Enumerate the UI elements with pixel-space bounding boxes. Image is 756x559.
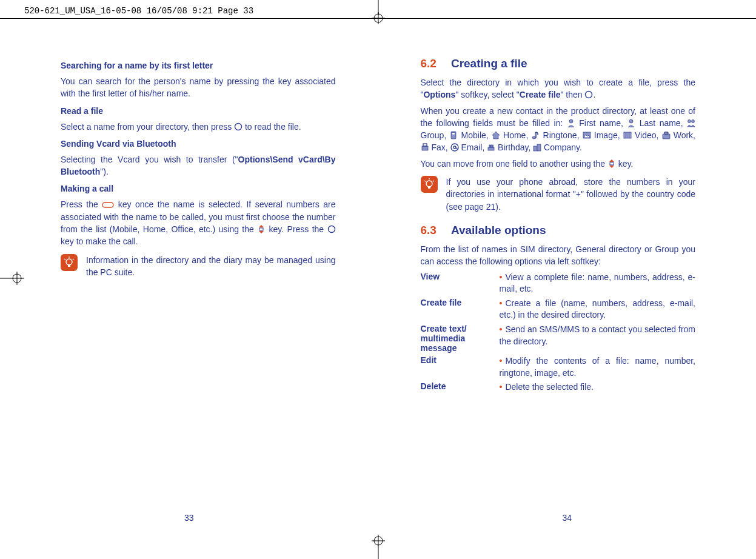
heading-searching: Searching for a name by its first letter: [61, 61, 336, 70]
group-icon: [687, 118, 695, 127]
text: Email,: [459, 142, 487, 152]
heading-sending-vcard: Sending Vcard via Bluetooth: [61, 139, 336, 149]
text: Delete the selected file.: [505, 382, 594, 392]
bullet-icon: •: [500, 356, 503, 366]
music-note-icon: [531, 130, 540, 139]
ok-key-icon: [584, 90, 593, 98]
ok-key-icon: [234, 122, 243, 130]
option-name: Create text/ multimedia message: [421, 324, 500, 353]
option-row: View•View a complete file: name, numbers…: [421, 272, 696, 295]
text: Press the: [61, 199, 102, 209]
bullet-icon: •: [500, 298, 503, 308]
heading-read-file: Read a file: [61, 106, 336, 116]
text: Create a file (name, numbers, address, e…: [500, 298, 696, 320]
person-icon: [627, 118, 635, 127]
option-row: Create text/ multimedia message•Send an …: [421, 324, 696, 353]
email-icon: [450, 142, 459, 151]
text: to read the file.: [245, 122, 301, 132]
text: Video,: [632, 130, 662, 140]
text: View a complete file: name, numbers, add…: [500, 272, 696, 294]
para-making-call: Press the key once the name is selected.…: [61, 198, 336, 247]
section-title: Available options: [451, 224, 546, 236]
text: Modify the contents of a file: name, num…: [500, 356, 696, 378]
text: Fax,: [429, 142, 450, 152]
para-options-intro: From the list of names in SIM directory,…: [421, 243, 696, 268]
option-row: Delete•Delete the selected file.: [421, 381, 696, 393]
page-number-right: 34: [562, 513, 572, 523]
text: Work,: [671, 130, 695, 140]
text: Birthday,: [495, 142, 533, 152]
text: " then: [560, 90, 584, 99]
option-row: Edit•Modify the contents of a file: name…: [421, 355, 696, 379]
birthday-icon: [487, 142, 495, 151]
page-number-left: 33: [184, 513, 194, 523]
top-rule: [0, 18, 756, 19]
text: Last name,: [635, 118, 687, 128]
send-key-icon: [102, 199, 114, 208]
page-left: Searching for a name by its first letter…: [0, 49, 378, 547]
bullet-icon: •: [500, 382, 503, 392]
text: First name,: [575, 118, 627, 128]
para-fields-list: When you create a new contact in the pro…: [421, 105, 696, 154]
options-table: View•View a complete file: name, numbers…: [421, 272, 696, 393]
person-icon: [567, 118, 575, 127]
text: Company.: [541, 142, 582, 152]
option-description: •View a complete file: name, numbers, ad…: [500, 272, 696, 295]
option-name: Edit: [421, 355, 500, 379]
text: key. Press the: [269, 224, 327, 234]
para-read-file: Select a name from your directory, then …: [61, 121, 336, 133]
option-description: •Modify the contents of a file: name, nu…: [500, 355, 696, 379]
mobile-icon: [449, 130, 458, 139]
text: Mobile,: [458, 130, 491, 140]
bullet-icon: •: [500, 324, 503, 334]
tip-pc-suite: Information in the directory and the dia…: [61, 254, 336, 279]
option-row: Create file•Create a file (name, numbers…: [421, 298, 696, 321]
text: .: [593, 90, 595, 99]
nav-key-icon: [607, 159, 616, 167]
option-name: Create file: [421, 298, 500, 321]
tip-international: If you use your phone abroad, store the …: [421, 176, 696, 213]
bullet-icon: •: [500, 272, 503, 282]
nav-key-icon: [257, 224, 266, 233]
text-bold: Options: [423, 90, 455, 99]
text: " softkey, select ": [455, 90, 519, 99]
image-icon: [583, 130, 591, 139]
ok-key-icon: [327, 224, 336, 233]
text-bold: Create file: [520, 90, 561, 99]
section-number: 6.2: [421, 57, 437, 70]
option-description: •Send an SMS/MMS to a contact you select…: [500, 324, 696, 353]
para-searching: You can search for the person's name by …: [61, 75, 336, 100]
video-icon: [623, 130, 632, 139]
text: You can move from one field to another u…: [421, 159, 607, 169]
lightbulb-icon: [421, 176, 438, 193]
text: Send an SMS/MMS to a contact you selecte…: [500, 324, 696, 346]
section-6-3-heading: 6.3Available options: [421, 224, 696, 237]
text: Group,: [421, 130, 450, 140]
para-create-file-intro: Select the directory in which you wish t…: [421, 76, 696, 101]
section-title: Creating a file: [451, 57, 527, 70]
home-icon: [492, 130, 500, 139]
registration-mark-top-icon: [369, 0, 387, 24]
fax-icon: [421, 142, 429, 151]
option-description: •Delete the selected file.: [500, 381, 696, 393]
text: Home,: [500, 130, 532, 140]
text: Select a name from your directory, then …: [61, 122, 234, 132]
text: ").: [100, 167, 109, 176]
text: key to make the call.: [61, 236, 138, 246]
text: Ringtone,: [540, 130, 582, 140]
section-number: 6.3: [421, 224, 437, 236]
section-6-2-heading: 6.2Creating a file: [421, 57, 696, 70]
tip-text: Information in the directory and the dia…: [86, 254, 336, 279]
tip-text: If you use your phone abroad, store the …: [446, 176, 696, 213]
option-name: View: [421, 272, 500, 295]
text: Selecting the Vcard you wish to transfer…: [61, 155, 238, 164]
briefcase-icon: [662, 130, 671, 139]
heading-making-call: Making a call: [61, 184, 336, 193]
company-icon: [533, 142, 541, 151]
option-name: Delete: [421, 381, 500, 393]
para-sending-vcard: Selecting the Vcard you wish to transfer…: [61, 153, 336, 178]
text: key.: [618, 159, 634, 169]
text: Image,: [591, 130, 623, 140]
print-header: 520-621_UM_USA_16-05-08 16/05/08 9:21 Pa…: [24, 6, 253, 16]
para-move-field: You can move from one field to another u…: [421, 158, 696, 170]
